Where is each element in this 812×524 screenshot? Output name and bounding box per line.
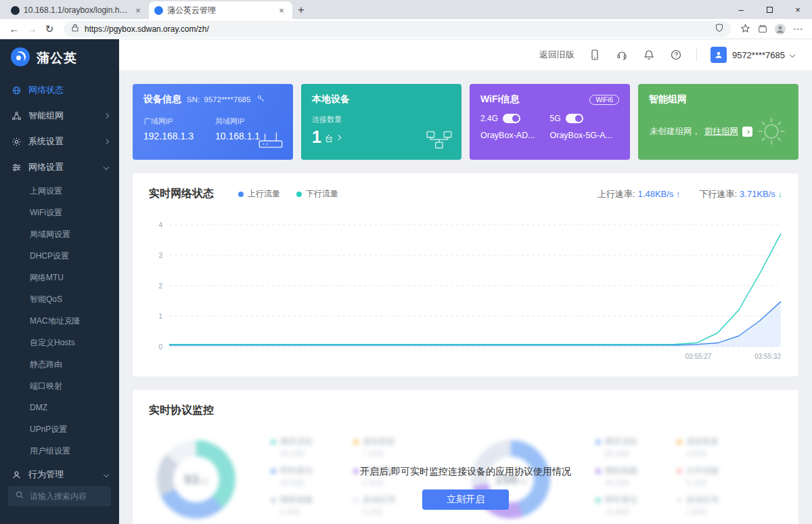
account-number: 9572****7685 <box>732 50 785 60</box>
chevron-right-icon <box>104 139 109 144</box>
sidebar-search-input[interactable] <box>30 492 104 501</box>
back-to-old-link[interactable]: 返回旧版 <box>539 49 574 61</box>
up-arrow-icon: ↑ <box>676 189 681 199</box>
svg-text:4: 4 <box>158 221 162 229</box>
svg-text:0: 0 <box>158 343 162 351</box>
sidebar-subitem[interactable]: DHCP设置 <box>0 245 119 267</box>
brand-logo: 蒲公英 <box>0 39 119 77</box>
overlay-text: 开启后,即可实时监控连接设备的应用协议使用情况 <box>360 466 571 478</box>
sliders-icon <box>11 162 22 173</box>
sidebar: 蒲公英 网络状态智能组网系统设置网络设置上网设置WiFi设置局域网设置DHCP设… <box>0 39 119 524</box>
sidebar-subitem[interactable]: 网络MTU <box>0 267 119 288</box>
forward-icon[interactable]: → <box>23 21 41 37</box>
card-title: 设备信息 <box>143 93 181 106</box>
svg-text:1: 1 <box>158 313 162 320</box>
tab-title: 蒲公英云管理 <box>167 5 272 16</box>
back-icon[interactable]: ← <box>5 21 23 37</box>
sidebar-subitem[interactable]: 上网设置 <box>0 180 119 202</box>
address-bar[interactable]: https://pgybox.sdwan.oray.com/zh/ <box>64 21 731 37</box>
protocol-monitor-panel: 实时协议监控 93KB 网页浏览45.2KB即时通信18.6KB网络视频9.3K… <box>133 390 798 524</box>
sidebar-item-behavior-management[interactable]: 行为管理 <box>0 462 119 487</box>
help-icon[interactable] <box>669 48 683 62</box>
ssid-24g: OrayBox-AD... <box>480 131 550 140</box>
bell-icon[interactable] <box>642 48 656 62</box>
lan-ip-block: 局域网IP 10.168.1.1 <box>215 116 260 141</box>
sidebar-search[interactable] <box>8 486 111 506</box>
network-status-text: 未创建组网， <box>650 126 700 137</box>
gear-icon <box>11 136 22 147</box>
brand-name: 蒲公英 <box>37 49 77 67</box>
panel-title: 实时网络状态 <box>149 187 214 201</box>
phone-icon[interactable] <box>588 48 602 62</box>
enable-button[interactable]: 立刻开启 <box>422 489 509 510</box>
account-avatar <box>710 47 727 63</box>
svg-text:03:55:27: 03:55:27 <box>685 353 711 360</box>
wifi-info-card: WiFi信息 WiFi6 2.4G 5G OrayBox-AD... OrayB… <box>470 84 630 160</box>
sidebar-item-system-settings[interactable]: 系统设置 <box>0 129 119 154</box>
wifi-5g-toggle[interactable] <box>566 114 583 123</box>
band-5g: 5G <box>550 114 620 123</box>
sidebar-subitem[interactable]: 端口映射 <box>0 375 119 397</box>
service-icon[interactable] <box>615 48 629 62</box>
collections-icon[interactable] <box>754 21 771 37</box>
browser-profile-avatar[interactable] <box>771 21 789 37</box>
window-close-button[interactable]: × <box>784 0 812 19</box>
svg-text:2: 2 <box>158 282 162 290</box>
sidebar-subitem[interactable]: UPnP设置 <box>0 418 119 440</box>
search-icon <box>15 490 24 502</box>
key-icon <box>256 93 265 106</box>
new-tab-button[interactable]: + <box>292 1 310 19</box>
realtime-network-panel: 实时网络状态 上行流量 下行流量 上行速率:1.48KB/s ↑ 下行速率:3.… <box>133 173 798 376</box>
account-menu[interactable]: 9572****7685 <box>710 47 794 63</box>
go-arrow-icon[interactable] <box>742 127 752 137</box>
connection-count-label: 连接数量 <box>312 114 451 125</box>
legend-downstream: 下行流量 <box>296 188 338 200</box>
sidebar-subitem[interactable]: 静态路由 <box>0 353 119 375</box>
topology-icon <box>425 129 453 153</box>
card-title: WiFi信息 <box>480 93 519 106</box>
card-title: 智能组网 <box>649 93 687 106</box>
legend-upstream: 上行流量 <box>238 188 280 200</box>
nodes-icon <box>11 110 22 121</box>
sidebar-subitem[interactable]: DMZ <box>0 397 119 418</box>
lan-ip-value: 10.168.1.1 <box>215 131 260 141</box>
wifi6-badge: WiFi6 <box>589 95 619 105</box>
topbar: 返回旧版 9572****7685 <box>119 39 812 70</box>
sidebar-subitem[interactable]: 自定义Hosts <box>0 332 119 353</box>
sidebar-item-network-status[interactable]: 网络状态 <box>0 77 119 103</box>
browser-menu-icon[interactable]: ⋯ <box>789 21 807 37</box>
screen: 10.168.1.1/oraybox/login.html?r × 蒲公英云管理… <box>0 0 812 524</box>
favorite-star-icon[interactable] <box>736 21 754 37</box>
device-sn: SN: 9572****7685 <box>187 95 251 104</box>
sidebar-item-network-settings[interactable]: 网络设置 <box>0 154 119 180</box>
tab-close-icon[interactable]: × <box>276 5 287 16</box>
sidebar-subitem[interactable]: MAC地址克隆 <box>0 310 119 332</box>
tab-title: 10.168.1.1/oraybox/login.html?r <box>24 5 129 15</box>
wan-ip-block: 广域网IP 192.168.1.3 <box>143 116 194 141</box>
smart-network-card: 智能组网 未创建组网， 前往组网 <box>638 84 798 160</box>
sidebar-subitem[interactable]: 智能QoS <box>0 288 119 310</box>
tab-close-icon[interactable]: × <box>133 5 143 16</box>
refresh-icon[interactable]: ↻ <box>41 21 58 37</box>
local-devices-card[interactable]: 本地设备 连接数量 1 台 <box>301 84 461 160</box>
divider <box>696 48 697 62</box>
browser-tab-cloud[interactable]: 蒲公英云管理 × <box>149 1 292 19</box>
chevron-right-icon <box>336 134 341 139</box>
chevron-down-icon <box>104 472 109 477</box>
window-minimize-button[interactable]: – <box>727 0 755 19</box>
device-info-card: 设备信息 SN: 9572****7685 广域网IP 192.168.1.3 … <box>133 84 293 160</box>
browser-tab-login[interactable]: 10.168.1.1/oraybox/login.html?r × <box>5 1 149 19</box>
window-maximize-button[interactable] <box>755 0 784 19</box>
sidebar-subitem[interactable]: 用户组设置 <box>0 440 119 462</box>
site-shield-icon[interactable] <box>715 23 724 35</box>
summary-cards: 设备信息 SN: 9572****7685 广域网IP 192.168.1.3 … <box>133 84 798 160</box>
tab-favicon <box>11 6 20 15</box>
protocol-overlay: 开启后,即可实时监控连接设备的应用协议使用情况 立刻开启 <box>133 390 798 524</box>
lock-icon <box>70 23 80 35</box>
sidebar-subitem[interactable]: WiFi设置 <box>0 202 119 223</box>
go-to-network-link[interactable]: 前往组网 <box>704 126 738 137</box>
sidebar-subitem[interactable]: 局域网设置 <box>0 223 119 245</box>
wifi-24g-toggle[interactable] <box>503 114 520 123</box>
window-controls: – × <box>727 0 812 19</box>
sidebar-item-smart-network[interactable]: 智能组网 <box>0 103 119 129</box>
